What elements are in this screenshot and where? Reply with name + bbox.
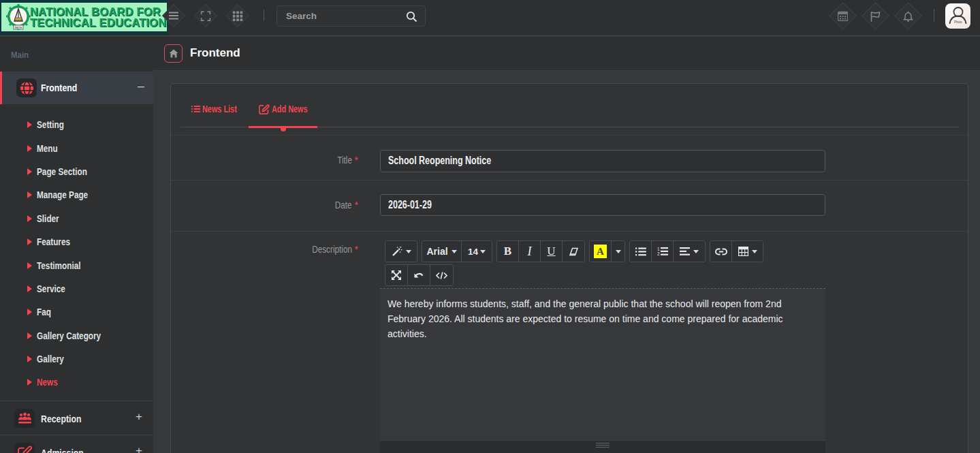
- svg-text:2: 2: [657, 251, 660, 256]
- svg-text:NBTE: NBTE: [15, 26, 22, 29]
- svg-text:1: 1: [657, 247, 660, 251]
- svg-text:Photo: Photo: [954, 20, 962, 24]
